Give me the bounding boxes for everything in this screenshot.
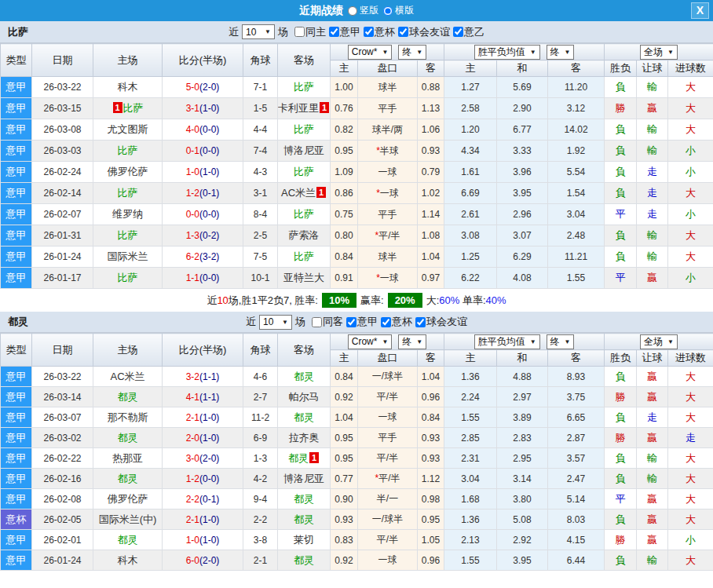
winloss-result-cell: 負 [605, 448, 637, 469]
col-corner: 角球 [243, 44, 278, 77]
league-cell: 意甲 [1, 225, 32, 247]
crow-odds-select[interactable]: Crow*▼ [348, 334, 393, 349]
team-label: 都灵 [294, 513, 314, 525]
avg-home-cell: 1.27 [444, 77, 497, 98]
avg-odds-select[interactable]: 胜平负均值▼ [474, 45, 540, 60]
date-cell: 26-03-03 [32, 141, 93, 162]
vertical-radio-input[interactable] [348, 6, 357, 16]
crow-away-odds-cell: 0.88 [418, 77, 444, 98]
team-label: 维罗纳 [112, 208, 143, 220]
winloss-result-cell: 負 [605, 183, 637, 204]
crow-handicap-cell: *一球 [358, 268, 418, 289]
match-count-select[interactable]: 10▼ [242, 24, 275, 39]
final-avg-select[interactable]: 终▼ [547, 45, 575, 60]
away-team-cell: 都灵 [278, 550, 331, 571]
avg-draw-cell: 3.95 [497, 183, 548, 204]
league-cell: 意甲 [1, 141, 32, 162]
home-team-cell: 佛罗伦萨 [93, 489, 163, 509]
date-cell: 26-02-08 [32, 489, 93, 509]
goals-result-cell: 大 [668, 225, 713, 247]
crow-handicap-cell: 一球 [358, 550, 418, 571]
avg-draw-cell: 2.92 [497, 530, 548, 550]
col-away: 客场 [278, 334, 331, 367]
score-cell: 2-0(1-0) [163, 428, 243, 448]
layout-radio-vertical[interactable]: 竖版 [348, 4, 378, 17]
checkbox-input[interactable] [364, 27, 374, 37]
home-team-cell: 都灵 [93, 387, 163, 407]
crow-handicap-cell: 平/半 [358, 387, 418, 407]
team-label: 都灵 [288, 452, 309, 464]
score-cell: 3-0(2-0) [163, 448, 243, 469]
chevron-down-icon: ▼ [416, 338, 422, 345]
checkbox-input[interactable] [294, 27, 305, 37]
fullmatch-select[interactable]: 全场▼ [640, 45, 678, 60]
winloss-result-cell: 勝 [605, 387, 637, 407]
match-row: 意甲26-03-22AC米兰3-2(1-1)4-6都灵0.84一/球半1.041… [1, 367, 713, 387]
avg-home-cell: 1.55 [444, 407, 497, 428]
winloss-result-cell: 勝 [605, 530, 637, 550]
filter-checkbox-意甲[interactable]: 意甲 [346, 315, 378, 329]
team-label: 莱切 [294, 534, 314, 546]
checkbox-input[interactable] [415, 317, 426, 327]
page-title: 近期战绩 [299, 4, 343, 18]
red-card-badge: 1 [309, 452, 319, 463]
team-name-torino: 都灵 [8, 315, 28, 329]
score-cell: 3-2(1-1) [163, 367, 243, 387]
avg-home-cell: 6.69 [444, 183, 497, 204]
col-crow-handicap: 盘口 [358, 350, 418, 367]
final-odds-select[interactable]: 终▼ [398, 334, 426, 349]
checkbox-input[interactable] [346, 317, 356, 327]
home-team-cell: 都灵 [93, 469, 163, 489]
goals-result-cell: 大 [668, 183, 713, 204]
handicap-result-cell: 輸 [637, 77, 668, 98]
layout-radio-horizontal[interactable]: 横版 [383, 4, 414, 17]
match-row: 意甲26-03-151比萨3-1(1-0)1-5卡利亚里10.76平手1.132… [1, 98, 713, 119]
corner-cell: 2-5 [243, 225, 278, 247]
filter-checkbox-意甲[interactable]: 意甲 [329, 25, 360, 39]
team-label: 比萨 [294, 123, 314, 135]
filter-checkbox-球会友谊[interactable]: 球会友谊 [398, 25, 450, 39]
avg-odds-select[interactable]: 胜平负均值▼ [474, 334, 540, 349]
avg-draw-cell: 3.80 [497, 489, 548, 509]
col-winloss: 胜负 [605, 350, 637, 367]
final-odds-select[interactable]: 终▼ [398, 45, 426, 60]
final-avg-select[interactable]: 终▼ [547, 334, 575, 349]
chevron-down-icon: ▼ [530, 338, 536, 345]
col-crow-home: 主 [331, 60, 358, 77]
checkbox-input[interactable] [329, 27, 339, 37]
horizontal-radio-input[interactable] [383, 6, 393, 16]
close-button[interactable]: X [691, 2, 709, 19]
team-label: 比萨 [294, 250, 314, 262]
checkbox-input[interactable] [312, 317, 322, 327]
filter-checkbox-球会友谊[interactable]: 球会友谊 [415, 315, 467, 329]
filter-checkbox-意杯[interactable]: 意杯 [381, 315, 412, 329]
team-label: 都灵 [118, 432, 138, 444]
filter-checkbox-意乙[interactable]: 意乙 [453, 25, 484, 39]
handicap-result-cell: 輸 [637, 225, 668, 247]
crow-home-odds-cell: 1.04 [331, 407, 358, 428]
filter-checkbox-同主[interactable]: 同主 [294, 25, 326, 39]
crow-handicap-cell: 平手 [358, 428, 418, 448]
corner-cell: 1-3 [243, 448, 278, 469]
date-cell: 26-03-15 [32, 98, 93, 119]
home-team-cell: 国际米兰 [93, 247, 163, 268]
match-row: 意甲26-01-24科木6-0(2-0)2-1都灵0.92一球0.961.553… [1, 550, 713, 571]
crow-handicap-cell: 球半/两 [358, 119, 418, 141]
match-count-select-2[interactable]: 10▼ [259, 315, 292, 330]
crow-home-odds-cell: 0.83 [331, 530, 358, 550]
crow-handicap-cell: *半球 [358, 141, 418, 162]
goals-result-cell: 大 [668, 509, 713, 530]
filter-checkbox-意杯[interactable]: 意杯 [364, 25, 395, 39]
away-team-cell: 亚特兰大 [278, 268, 331, 289]
date-cell: 26-02-24 [32, 162, 93, 183]
crow-odds-select[interactable]: Crow*▼ [348, 45, 393, 60]
fullmatch-select[interactable]: 全场▼ [640, 334, 678, 349]
filter-checkbox-同客[interactable]: 同客 [312, 315, 343, 329]
checkbox-input[interactable] [398, 27, 408, 37]
crow-home-odds-cell: 0.82 [331, 119, 358, 141]
checkbox-input[interactable] [453, 27, 463, 37]
checkbox-input[interactable] [381, 317, 391, 327]
winloss-result-cell: 負 [605, 469, 637, 489]
team-label: 国际米兰(中) [99, 513, 157, 525]
crow-away-odds-cell: 1.12 [418, 469, 444, 489]
